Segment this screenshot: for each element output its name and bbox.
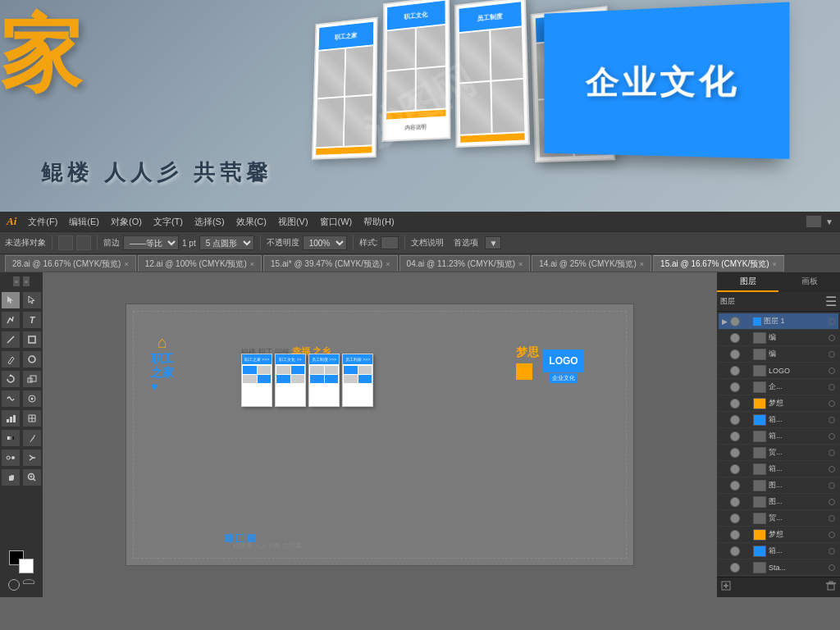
layer-row-4[interactable]: ▶ 企...	[719, 379, 838, 395]
tab-3-close[interactable]: ×	[518, 260, 523, 268]
rotate-tool[interactable]	[1, 370, 21, 388]
zoom-tool[interactable]	[22, 468, 42, 486]
menu-text[interactable]: 文字(T)	[148, 214, 188, 230]
tab-0-close[interactable]: ×	[124, 260, 128, 268]
layer-eye-14[interactable]	[730, 546, 740, 556]
layer-eye-1[interactable]	[730, 333, 740, 343]
layer-eye-4[interactable]	[730, 382, 740, 392]
fg-bg-swatches[interactable]	[9, 550, 34, 573]
layers-menu-btn[interactable]: ☰	[825, 294, 837, 309]
mode-toggle[interactable]	[806, 215, 822, 228]
layer-eye-10[interactable]	[730, 481, 740, 491]
menu-object[interactable]: 对象(O)	[106, 214, 147, 230]
layer-row-9[interactable]: ▶ 箱...	[719, 461, 838, 477]
menu-effect[interactable]: 效果(C)	[231, 214, 272, 230]
tab-0[interactable]: 28.ai @ 16.67% (CMYK/预览) ×	[5, 255, 136, 272]
layer-eye-15[interactable]	[730, 563, 740, 573]
hand-tool[interactable]	[1, 468, 21, 486]
layer-row-13[interactable]: ▶ 梦想	[719, 527, 838, 543]
first-item-btn[interactable]: 首选项	[454, 237, 478, 249]
layer-row-0[interactable]: ▶ 图层 1	[719, 313, 838, 330]
layer-target-6[interactable]	[829, 417, 835, 423]
menu-window[interactable]: 窗口(W)	[315, 214, 358, 230]
layer-target-14[interactable]	[829, 548, 835, 555]
layer-eye-2[interactable]	[730, 349, 740, 359]
mesh-tool[interactable]	[22, 409, 42, 427]
layer-target-11[interactable]	[829, 499, 835, 505]
graph-tool[interactable]	[1, 409, 21, 427]
scissors-tool[interactable]	[22, 449, 42, 467]
pt-select[interactable]: 5 点圆形	[199, 235, 254, 250]
layer-target-8[interactable]	[829, 450, 835, 456]
eyedropper-tool[interactable]	[22, 429, 42, 447]
menu-edit[interactable]: 编辑(E)	[64, 214, 104, 230]
layer-row-12[interactable]: ▶ 贸...	[719, 510, 838, 527]
menu-help[interactable]: 帮助(H)	[358, 214, 399, 230]
layer-eye-9[interactable]	[730, 464, 740, 474]
workspace-menu[interactable]: ▼	[825, 215, 833, 228]
menu-select[interactable]: 选择(S)	[189, 214, 230, 230]
layer-row-10[interactable]: ▶ 图...	[719, 477, 838, 494]
panel-expand-btn[interactable]: »	[22, 276, 30, 287]
layer-row-15[interactable]: ▶ Sta...	[719, 559, 838, 576]
layer-eye-5[interactable]	[730, 399, 740, 409]
panel-collapse-btn[interactable]: «	[12, 276, 21, 287]
layers-tab[interactable]: 图层	[717, 272, 778, 292]
layer-target-7[interactable]	[829, 433, 835, 440]
layer-eye-13[interactable]	[730, 530, 740, 540]
text-tool[interactable]: T	[22, 311, 42, 329]
layer-eye-8[interactable]	[730, 448, 740, 458]
blend-tool[interactable]	[1, 449, 21, 467]
layer-target-4[interactable]	[829, 384, 835, 390]
symbol-tool[interactable]	[22, 390, 42, 408]
layer-row-8[interactable]: ▶ 贸...	[719, 445, 838, 461]
new-layer-btn[interactable]	[720, 580, 732, 595]
layer-row-14[interactable]: ▶ 箱...	[719, 543, 838, 559]
tab-4[interactable]: 14.ai @ 25% (CMYK/预览) ×	[532, 255, 651, 272]
gradient-tool[interactable]	[1, 429, 21, 447]
line-tool[interactable]	[1, 331, 21, 349]
stroke-swatch[interactable]	[76, 235, 91, 250]
direct-select-tool[interactable]	[22, 291, 42, 309]
layer-eye-12[interactable]	[730, 514, 740, 523]
rect-tool[interactable]	[22, 331, 42, 349]
color-mode-btn[interactable]	[23, 579, 34, 584]
stroke-select[interactable]: ——等比	[123, 235, 179, 250]
layer-target-13[interactable]	[829, 532, 835, 538]
layer-row-7[interactable]: ▶ 箱...	[719, 428, 838, 445]
background-swatch[interactable]	[19, 559, 34, 573]
layer-target-1[interactable]	[829, 335, 835, 341]
layer-target-5[interactable]	[829, 400, 835, 407]
selection-tool[interactable]	[1, 291, 21, 309]
layer-target-3[interactable]	[829, 368, 835, 374]
warp-tool[interactable]	[1, 390, 21, 408]
fill-swatch[interactable]	[58, 235, 73, 250]
layer-row-2[interactable]: ▶ 编	[719, 346, 838, 363]
layer-row-5[interactable]: ▶ 梦想	[719, 395, 838, 412]
tab-1-close[interactable]: ×	[250, 260, 254, 268]
pen-tool[interactable]	[1, 311, 21, 329]
layer-row-6[interactable]: ▶ 箱...	[719, 412, 838, 428]
layer-row-3[interactable]: ▶ LOGO	[719, 363, 838, 379]
tab-1[interactable]: 12.ai @ 100% (CMYK/预览) ×	[138, 255, 262, 272]
scale-tool[interactable]	[22, 370, 42, 388]
layer-target-9[interactable]	[829, 466, 835, 472]
layer-row-11[interactable]: ▶ 图...	[719, 494, 838, 510]
layer-eye-7[interactable]	[730, 431, 740, 441]
pencil-tool[interactable]	[1, 350, 21, 368]
layer-target-2[interactable]	[829, 351, 835, 358]
tab-4-close[interactable]: ×	[640, 260, 644, 268]
layer-eye-6[interactable]	[730, 415, 740, 425]
tab-2[interactable]: 15.ai* @ 39.47% (CMYK/预选) ×	[263, 255, 398, 272]
layer-eye-3[interactable]	[730, 366, 740, 376]
delete-layer-btn[interactable]	[825, 580, 837, 595]
more-btn[interactable]: ▼	[485, 236, 501, 249]
tab-3[interactable]: 04.ai @ 11.23% (CMYK/预览) ×	[399, 255, 531, 272]
layer-target-0[interactable]	[829, 318, 835, 325]
tab-5-close[interactable]: ×	[773, 260, 777, 268]
ellipse-tool[interactable]	[22, 350, 42, 368]
doc-settings-btn[interactable]: 文档说明	[411, 237, 444, 249]
opacity-select[interactable]: 100%	[303, 235, 347, 250]
layer-eye-0[interactable]	[730, 317, 740, 326]
layer-expand-0[interactable]: ▶	[722, 317, 728, 326]
